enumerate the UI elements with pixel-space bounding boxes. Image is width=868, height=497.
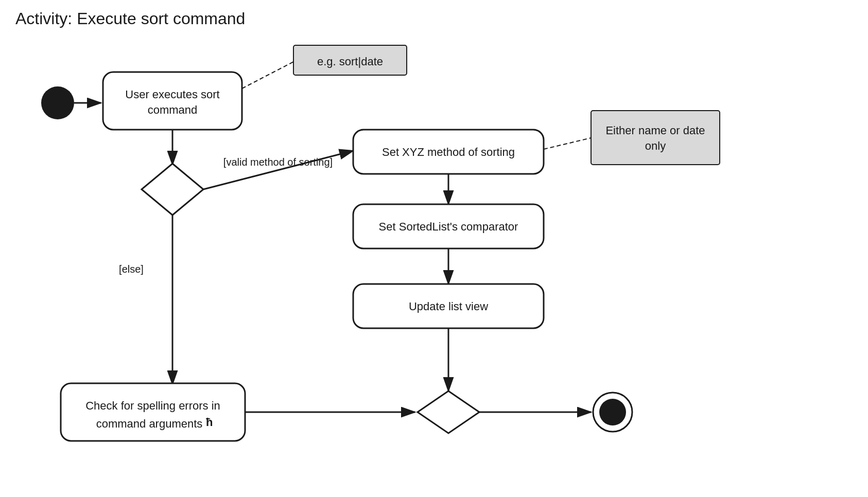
- user-executes-box: [103, 72, 242, 130]
- check-spelling-box: [61, 383, 245, 441]
- check-spelling-label1: Check for spelling errors in: [85, 399, 220, 412]
- activity-diagram: User executes sort command e.g. sort|dat…: [0, 0, 868, 497]
- note-sort-label: e.g. sort|date: [317, 55, 383, 68]
- set-xyz-label: Set XYZ method of sorting: [382, 146, 515, 158]
- start-node: [41, 86, 74, 119]
- note-either-box: [591, 111, 720, 165]
- dashed-to-note: [242, 62, 293, 88]
- update-list-label: Update list view: [409, 300, 488, 313]
- note-either-label1: Either name or date: [605, 124, 705, 137]
- spelling-icon: ħ: [206, 416, 213, 429]
- user-executes-label: User executes sort: [125, 88, 219, 101]
- valid-label: [valid method of sorting]: [223, 156, 333, 168]
- end-node-inner: [599, 399, 626, 425]
- decision1-diamond: [142, 164, 203, 215]
- user-executes-label2: command: [148, 103, 198, 116]
- note-either-label2: only: [645, 139, 666, 152]
- else-label: [else]: [119, 263, 144, 275]
- decision2-diamond: [418, 391, 479, 433]
- dashed-to-either: [544, 138, 591, 149]
- check-spelling-label2: command arguments: [96, 417, 203, 430]
- set-sorted-label: Set SortedList's comparator: [379, 220, 518, 233]
